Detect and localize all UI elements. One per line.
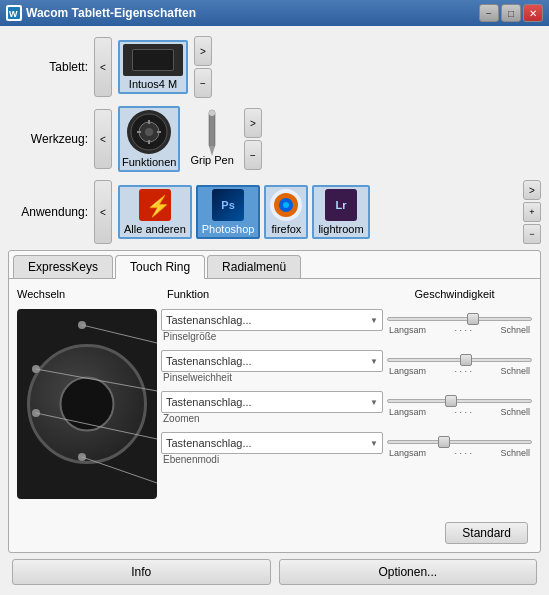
- speed-thumb-3[interactable]: [438, 436, 450, 448]
- speed-row-3: [387, 440, 532, 444]
- grip-pen-label: Grip Pen: [190, 154, 233, 166]
- lightroom-label: lightroom: [318, 223, 363, 235]
- anwendung-minus-button[interactable]: −: [523, 224, 541, 244]
- werkzeug-row: Werkzeug: < Funktionen: [8, 104, 541, 174]
- speed-slider-2: Langsam · · · · Schnell: [387, 399, 532, 417]
- info-button[interactable]: Info: [12, 559, 271, 585]
- speed-labels-3: Langsam · · · · Schnell: [387, 448, 532, 458]
- speed-track-1[interactable]: [387, 358, 532, 362]
- tablett-device-item[interactable]: Intuos4 M: [118, 40, 188, 94]
- speed-labels-1: Langsam · · · · Schnell: [387, 366, 532, 376]
- options-button[interactable]: Optionen...: [279, 559, 538, 585]
- touchring-content: Wechseln Funktion Geschwindigkeit: [9, 278, 540, 552]
- standard-btn-row: Standard: [17, 522, 532, 544]
- anwendung-label: Anwendung:: [8, 205, 88, 219]
- tablett-label: Tablett:: [8, 60, 88, 74]
- dropdown-arrow-2: ▼: [370, 398, 378, 407]
- touchring-header: Wechseln Funktion Geschwindigkeit: [17, 287, 532, 303]
- maximize-button[interactable]: □: [501, 4, 521, 22]
- grip-pen-thumb: [197, 112, 227, 152]
- svg-line-18: [36, 369, 157, 391]
- col-funktion-header: Funktion: [167, 287, 377, 301]
- window-title: Wacom Tablett-Eigenschaften: [26, 6, 196, 20]
- ring-dropdown-1[interactable]: Tastenanschlag... ▼: [161, 350, 383, 372]
- alle-anderen-icon: ⚡: [139, 189, 171, 221]
- anwendung-prev-button[interactable]: <: [94, 180, 112, 244]
- svg-line-20: [82, 457, 157, 483]
- app-item-lightroom[interactable]: Lr lightroom: [312, 185, 369, 239]
- funktionen-thumb: [127, 110, 171, 154]
- svg-line-17: [82, 325, 157, 343]
- ring-dropdown-2[interactable]: Tastenanschlag... ▼: [161, 391, 383, 413]
- speed-thumb-0[interactable]: [467, 313, 479, 325]
- werkzeug-funktionen-item[interactable]: Funktionen: [118, 106, 180, 172]
- svg-rect-11: [209, 110, 215, 116]
- speed-labels-0: Langsam · · · · Schnell: [387, 325, 532, 335]
- anwendung-plus-button[interactable]: +: [523, 202, 541, 222]
- svg-rect-5: [137, 131, 141, 133]
- werkzeug-grippenitem[interactable]: Grip Pen: [186, 110, 237, 168]
- photoshop-label: Photoshop: [202, 223, 255, 235]
- ring-visual: [17, 309, 157, 499]
- app-item-alle-anderen[interactable]: ⚡ Alle anderen: [118, 185, 192, 239]
- touchring-main: Tastenanschlag... ▼ Pinselgröße: [17, 309, 532, 516]
- ring-sublabel-3: Ebenenmodi: [161, 454, 383, 465]
- photoshop-icon: Ps: [212, 189, 244, 221]
- werkzeug-minus-button[interactable]: −: [244, 140, 262, 170]
- speed-track-3[interactable]: [387, 440, 532, 444]
- tab-radialmenu[interactable]: Radialmenü: [207, 255, 301, 278]
- tablett-next-button[interactable]: >: [194, 36, 212, 66]
- speed-track-2[interactable]: [387, 399, 532, 403]
- ring-row-0: Tastenanschlag... ▼ Pinselgröße: [161, 309, 532, 342]
- ring-dropdown-0[interactable]: Tastenanschlag... ▼: [161, 309, 383, 331]
- apps-scroll-area: ⚡ Alle anderen Ps Photoshop firefox: [118, 185, 517, 239]
- tabs-header: ExpressKeys Touch Ring Radialmenü: [9, 251, 540, 278]
- anwendung-next-button[interactable]: >: [523, 180, 541, 200]
- app-item-photoshop[interactable]: Ps Photoshop: [196, 185, 261, 239]
- speed-row-2: [387, 399, 532, 403]
- footer: Info Optionen...: [8, 557, 541, 587]
- ring-row-1-dropdown-group: Tastenanschlag... ▼ Pinselweichheit: [161, 350, 383, 383]
- tablett-row: Tablett: < Intuos4 M > −: [8, 34, 541, 100]
- speed-slider-1: Langsam · · · · Schnell: [387, 358, 532, 376]
- werkzeug-prev-button[interactable]: <: [94, 109, 112, 169]
- werkzeug-label: Werkzeug:: [8, 132, 88, 146]
- app-item-firefox[interactable]: firefox: [264, 185, 308, 239]
- close-button[interactable]: ✕: [523, 4, 543, 22]
- tab-area: ExpressKeys Touch Ring Radialmenü Wechse…: [8, 250, 541, 553]
- tablett-prev-button[interactable]: <: [94, 37, 112, 97]
- svg-rect-6: [157, 131, 161, 133]
- speed-dots-0: · · · ·: [454, 325, 472, 335]
- dropdown-arrow-0: ▼: [370, 316, 378, 325]
- speed-dots-1: · · · ·: [454, 366, 472, 376]
- anwendung-side-buttons: > + −: [523, 180, 541, 244]
- svg-rect-8: [148, 140, 150, 144]
- minimize-button[interactable]: −: [479, 4, 499, 22]
- ring-row-3-dropdown-group: Tastenanschlag... ▼ Ebenenmodi: [161, 432, 383, 465]
- svg-point-16: [283, 202, 289, 208]
- title-buttons: − □ ✕: [479, 4, 543, 22]
- firefox-label: firefox: [271, 223, 301, 235]
- ring-row-1: Tastenanschlag... ▼ Pinselweichheit: [161, 350, 532, 383]
- col-wechsel-header: Wechseln: [17, 287, 167, 301]
- ring-row-0-dropdown-group: Tastenanschlag... ▼ Pinselgröße: [161, 309, 383, 342]
- ring-sublabel-2: Zoomen: [161, 413, 383, 424]
- standard-button[interactable]: Standard: [445, 522, 528, 544]
- ring-sublabel-0: Pinselgröße: [161, 331, 383, 342]
- speed-thumb-1[interactable]: [460, 354, 472, 366]
- speed-thumb-2[interactable]: [445, 395, 457, 407]
- tab-touchring[interactable]: Touch Ring: [115, 255, 205, 279]
- werkzeug-next-button[interactable]: >: [244, 108, 262, 138]
- svg-rect-7: [148, 120, 150, 124]
- tablett-thumb: [123, 44, 183, 76]
- tablett-device-name: Intuos4 M: [129, 78, 177, 90]
- svg-text:W: W: [9, 9, 18, 19]
- dropdown-arrow-3: ▼: [370, 439, 378, 448]
- svg-text:⚡: ⚡: [146, 194, 169, 218]
- tablett-minus-button[interactable]: −: [194, 68, 212, 98]
- tab-expresskeys[interactable]: ExpressKeys: [13, 255, 113, 278]
- speed-row-0: [387, 317, 532, 321]
- speed-track-0[interactable]: [387, 317, 532, 321]
- alle-anderen-label: Alle anderen: [124, 223, 186, 235]
- ring-dropdown-3[interactable]: Tastenanschlag... ▼: [161, 432, 383, 454]
